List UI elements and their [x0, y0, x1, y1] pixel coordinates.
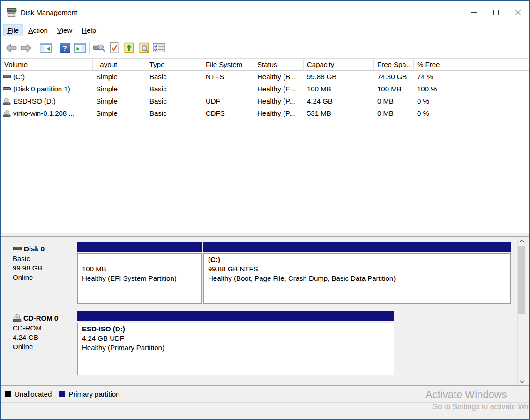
- legend-label: Primary partition: [68, 390, 119, 398]
- cell-capacity: 100 MB: [304, 83, 374, 95]
- cell-type: Basic: [146, 83, 202, 95]
- cd-icon: [3, 98, 11, 105]
- help-button[interactable]: [57, 40, 72, 55]
- menu-action[interactable]: Action: [24, 25, 52, 36]
- column-header-capacity[interactable]: Capacity: [304, 59, 374, 71]
- minimize-icon: [471, 12, 477, 13]
- cell-pct-free: 0 %: [414, 95, 463, 107]
- scroll-up-button[interactable]: [518, 237, 526, 245]
- disk-size: 4.24 GB: [13, 333, 75, 342]
- column-header-empty[interactable]: [463, 59, 529, 71]
- toolbar-separator: [89, 42, 90, 54]
- cell-free: 0 MB: [374, 107, 414, 120]
- column-header-pct-free[interactable]: % Free: [414, 59, 463, 71]
- cdrom0-label-panel[interactable]: CD-ROM 0 CD-ROM 4.24 GB Online: [5, 309, 75, 377]
- disk-status: Online: [13, 342, 75, 352]
- maximize-button[interactable]: [485, 1, 507, 23]
- hdd-icon: [13, 246, 22, 252]
- toolbar-separator: [55, 42, 55, 54]
- volume-name: ESD-ISO (D:): [13, 95, 56, 107]
- partition-color-band: [77, 242, 202, 252]
- minimize-button[interactable]: [463, 1, 485, 23]
- cell-layout: Simple: [93, 71, 146, 83]
- hdd-icon: [3, 74, 11, 80]
- volume-list-header: Volume Layout Type File System Status Ca…: [1, 59, 529, 71]
- cell-fs: NTFS: [202, 71, 254, 83]
- legend-primary-partition: Primary partition: [59, 390, 119, 398]
- partition-size: 100 MB: [82, 264, 197, 274]
- disk0-row: Disk 0 Basic 99.98 GB Online 100 MB Heal…: [5, 240, 513, 306]
- cell-layout: Simple: [93, 83, 146, 95]
- cell-capacity: 531 MB: [304, 107, 374, 120]
- partition-color-band: [203, 242, 511, 252]
- show-console-tree-button[interactable]: [38, 40, 53, 55]
- column-header-layout[interactable]: Layout: [93, 59, 146, 71]
- maximize-icon: [493, 10, 499, 15]
- properties-icon: [153, 43, 165, 52]
- menu-view[interactable]: View: [53, 25, 76, 36]
- folder-up-button[interactable]: [121, 40, 136, 55]
- cell-status: Healthy (P...: [254, 107, 304, 120]
- disk-name: CD-ROM 0: [23, 314, 58, 322]
- close-button[interactable]: [507, 1, 529, 23]
- folder-search-button[interactable]: [136, 40, 151, 55]
- partition-size: 4.24 GB UDF: [82, 334, 389, 343]
- toolbar-separator: [36, 42, 36, 54]
- cell-capacity: 99.88 GB: [304, 71, 374, 83]
- title-bar: Disk Management: [1, 1, 529, 23]
- cd-icon: [13, 314, 22, 322]
- toolbar: [1, 38, 529, 59]
- menu-file[interactable]: File: [4, 25, 22, 36]
- partition-name: ESD-ISO (D:): [82, 324, 389, 334]
- partition-color-band: [77, 311, 394, 321]
- forward-button[interactable]: [19, 40, 34, 55]
- disk0-partition-track: 100 MB Healthy (EFI System Partition) (C…: [75, 240, 513, 306]
- disk-management-app-icon: [7, 8, 17, 17]
- back-button[interactable]: [4, 40, 19, 55]
- properties-button[interactable]: [151, 40, 166, 55]
- pane-splitter[interactable]: [1, 233, 529, 237]
- check-document-button[interactable]: [106, 40, 121, 55]
- menu-help[interactable]: Help: [78, 25, 100, 36]
- disk-graphical-view: Disk 0 Basic 99.98 GB Online 100 MB Heal…: [1, 237, 529, 385]
- partition-c[interactable]: (C:) 99.88 GB NTFS Healthy (Boot, Page F…: [203, 242, 511, 304]
- partition-status: Healthy (Primary Partition): [82, 343, 389, 352]
- primary-partition-color-swatch: [59, 391, 65, 397]
- back-icon: [6, 44, 17, 52]
- column-header-type[interactable]: Type: [146, 59, 202, 71]
- cell-fs: UDF: [202, 95, 254, 107]
- legend-unallocated: Unallocated: [5, 390, 52, 398]
- volume-row-disk0-partition1[interactable]: (Disk 0 partition 1) Simple Basic Health…: [1, 83, 529, 95]
- disk0-label-panel[interactable]: Disk 0 Basic 99.98 GB Online: [5, 240, 75, 306]
- cell-free: 0 MB: [374, 95, 414, 107]
- disk-management-window: Disk Management File Action View Help: [0, 0, 530, 420]
- console-tree-icon: [40, 43, 52, 53]
- column-header-free-space[interactable]: Free Spa...: [374, 59, 414, 71]
- cell-type: Basic: [146, 107, 202, 120]
- column-header-status[interactable]: Status: [254, 59, 304, 71]
- column-header-volume[interactable]: Volume: [1, 59, 93, 71]
- cell-layout: Simple: [93, 95, 146, 107]
- forward-icon: [21, 44, 32, 52]
- volume-row-c[interactable]: (C:) Simple Basic NTFS Healthy (B... 99.…: [1, 71, 529, 83]
- partition-esd-iso[interactable]: ESD-ISO (D:) 4.24 GB UDF Healthy (Primar…: [77, 311, 394, 375]
- cell-fs: CDFS: [202, 107, 254, 120]
- hdd-icon: [3, 86, 11, 92]
- scroll-down-button[interactable]: [518, 377, 526, 385]
- show-action-pane-button[interactable]: [72, 40, 87, 55]
- disk-view-button[interactable]: [91, 40, 106, 55]
- volume-row-virtio-win[interactable]: virtio-win-0.1.208 ... Simple Basic CDFS…: [1, 107, 529, 120]
- vertical-scrollbar[interactable]: [517, 237, 525, 385]
- partition-efi[interactable]: 100 MB Healthy (EFI System Partition): [77, 242, 202, 304]
- scrollbar-thumb[interactable]: [518, 246, 525, 314]
- cell-type: Basic: [146, 71, 202, 83]
- cell-status: Healthy (E...: [254, 83, 304, 95]
- chevron-up-icon: [520, 240, 524, 242]
- disk-name: Disk 0: [24, 245, 45, 253]
- partition-size: 99.88 GB NTFS: [208, 264, 506, 274]
- partition-name: (C:): [208, 255, 506, 264]
- cell-free: 100 MB: [374, 83, 414, 95]
- unallocated-color-swatch: [5, 391, 11, 397]
- column-header-file-system[interactable]: File System: [202, 59, 254, 71]
- volume-row-esd-iso[interactable]: ESD-ISO (D:) Simple Basic UDF Healthy (P…: [1, 95, 529, 107]
